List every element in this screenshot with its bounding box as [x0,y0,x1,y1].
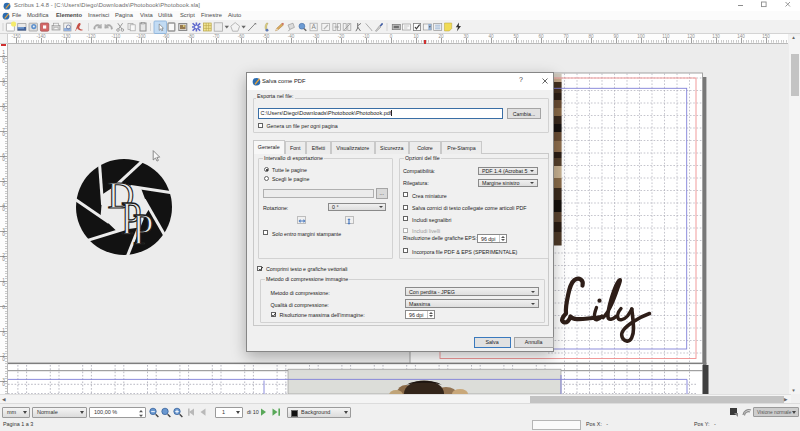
svg-text:P: P [133,204,154,254]
svg-text:A: A [311,23,316,30]
